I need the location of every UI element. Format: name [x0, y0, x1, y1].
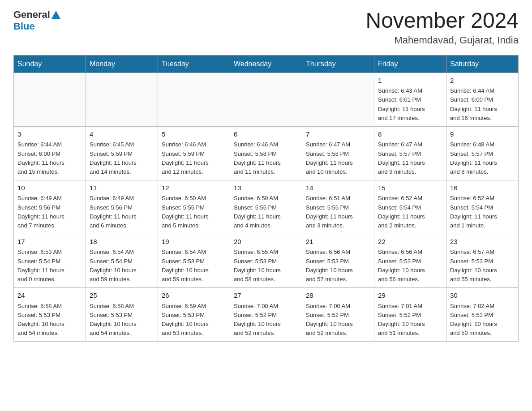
- weekday-header-wednesday: Wednesday: [230, 55, 302, 73]
- calendar-cell: 28Sunrise: 7:00 AMSunset: 5:52 PMDayligh…: [302, 288, 374, 342]
- day-info: Sunrise: 6:49 AMSunset: 5:56 PMDaylight:…: [90, 194, 154, 230]
- calendar-cell: 7Sunrise: 6:47 AMSunset: 5:58 PMDaylight…: [302, 126, 374, 180]
- day-info: Sunrise: 6:44 AMSunset: 6:00 PMDaylight:…: [17, 140, 82, 176]
- day-number: 11: [90, 183, 154, 193]
- day-info: Sunrise: 6:44 AMSunset: 6:00 PMDaylight:…: [450, 86, 515, 123]
- calendar-cell: 3Sunrise: 6:44 AMSunset: 6:00 PMDaylight…: [14, 126, 86, 180]
- week-row-5: 24Sunrise: 6:58 AMSunset: 5:53 PMDayligh…: [14, 288, 519, 342]
- day-number: 26: [162, 291, 226, 301]
- calendar-cell: [158, 73, 230, 126]
- title-block: November 2024 Mahemdavad, Gujarat, India: [365, 9, 519, 46]
- weekday-header-thursday: Thursday: [302, 55, 374, 73]
- calendar-cell: 22Sunrise: 6:56 AMSunset: 5:53 PMDayligh…: [374, 234, 446, 287]
- day-info: Sunrise: 6:52 AMSunset: 5:54 PMDaylight:…: [378, 194, 442, 230]
- day-info: Sunrise: 6:50 AMSunset: 5:55 PMDaylight:…: [162, 194, 226, 230]
- day-number: 24: [17, 291, 82, 301]
- logo-text-blue: Blue: [13, 21, 35, 32]
- day-number: 3: [17, 129, 82, 140]
- day-info: Sunrise: 6:45 AMSunset: 5:59 PMDaylight:…: [90, 140, 154, 176]
- weekday-header-friday: Friday: [374, 55, 446, 73]
- day-info: Sunrise: 7:00 AMSunset: 5:52 PMDaylight:…: [306, 302, 370, 338]
- day-info: Sunrise: 6:47 AMSunset: 5:58 PMDaylight:…: [306, 140, 370, 176]
- day-number: 23: [450, 237, 515, 247]
- location-subtitle: Mahemdavad, Gujarat, India: [365, 34, 519, 46]
- weekday-header-monday: Monday: [86, 55, 158, 73]
- day-info: Sunrise: 6:55 AMSunset: 5:53 PMDaylight:…: [234, 248, 298, 284]
- weekday-header-saturday: Saturday: [446, 55, 519, 73]
- day-info: Sunrise: 6:54 AMSunset: 5:53 PMDaylight:…: [162, 248, 226, 284]
- day-number: 25: [90, 291, 154, 301]
- day-info: Sunrise: 6:46 AMSunset: 5:58 PMDaylight:…: [234, 140, 298, 176]
- day-info: Sunrise: 6:43 AMSunset: 6:01 PMDaylight:…: [378, 86, 442, 123]
- day-info: Sunrise: 6:50 AMSunset: 5:55 PMDaylight:…: [234, 194, 298, 230]
- day-number: 27: [234, 291, 298, 301]
- week-row-1: 1Sunrise: 6:43 AMSunset: 6:01 PMDaylight…: [14, 73, 519, 126]
- day-info: Sunrise: 7:02 AMSunset: 5:53 PMDaylight:…: [450, 302, 515, 338]
- calendar-cell: 10Sunrise: 6:49 AMSunset: 5:56 PMDayligh…: [14, 180, 86, 234]
- calendar-cell: 26Sunrise: 6:59 AMSunset: 5:53 PMDayligh…: [158, 288, 230, 342]
- day-number: 19: [162, 237, 226, 247]
- day-number: 13: [234, 183, 298, 193]
- calendar-cell: 20Sunrise: 6:55 AMSunset: 5:53 PMDayligh…: [230, 234, 302, 287]
- day-info: Sunrise: 6:51 AMSunset: 5:55 PMDaylight:…: [306, 194, 370, 230]
- calendar-cell: 29Sunrise: 7:01 AMSunset: 5:52 PMDayligh…: [374, 288, 446, 342]
- day-info: Sunrise: 6:59 AMSunset: 5:53 PMDaylight:…: [162, 302, 226, 338]
- day-number: 8: [378, 129, 442, 140]
- day-number: 16: [450, 183, 515, 193]
- weekday-header-tuesday: Tuesday: [158, 55, 230, 73]
- page-header: General Blue November 2024 Mahemdavad, G…: [13, 9, 519, 46]
- day-info: Sunrise: 6:48 AMSunset: 5:57 PMDaylight:…: [450, 140, 515, 176]
- weekday-header-row: SundayMondayTuesdayWednesdayThursdayFrid…: [14, 55, 519, 73]
- day-number: 18: [90, 237, 154, 247]
- day-number: 4: [90, 129, 154, 140]
- calendar-cell: 18Sunrise: 6:54 AMSunset: 5:54 PMDayligh…: [86, 234, 158, 287]
- day-info: Sunrise: 6:56 AMSunset: 5:53 PMDaylight:…: [306, 248, 370, 284]
- calendar-cell: 21Sunrise: 6:56 AMSunset: 5:53 PMDayligh…: [302, 234, 374, 287]
- calendar-cell: 19Sunrise: 6:54 AMSunset: 5:53 PMDayligh…: [158, 234, 230, 287]
- calendar-cell: 30Sunrise: 7:02 AMSunset: 5:53 PMDayligh…: [446, 288, 519, 342]
- week-row-4: 17Sunrise: 6:53 AMSunset: 5:54 PMDayligh…: [14, 234, 519, 287]
- calendar-cell: [230, 73, 302, 126]
- day-number: 1: [378, 76, 442, 86]
- calendar-cell: 27Sunrise: 7:00 AMSunset: 5:52 PMDayligh…: [230, 288, 302, 342]
- day-number: 6: [234, 129, 298, 140]
- week-row-3: 10Sunrise: 6:49 AMSunset: 5:56 PMDayligh…: [14, 180, 519, 234]
- day-number: 10: [17, 183, 82, 193]
- day-number: 2: [450, 76, 515, 86]
- calendar-cell: 6Sunrise: 6:46 AMSunset: 5:58 PMDaylight…: [230, 126, 302, 180]
- calendar-cell: 9Sunrise: 6:48 AMSunset: 5:57 PMDaylight…: [446, 126, 519, 180]
- logo-triangle-icon: [51, 10, 61, 20]
- day-info: Sunrise: 6:46 AMSunset: 5:59 PMDaylight:…: [162, 140, 226, 176]
- day-info: Sunrise: 7:01 AMSunset: 5:52 PMDaylight:…: [378, 302, 442, 338]
- day-info: Sunrise: 6:58 AMSunset: 5:53 PMDaylight:…: [17, 302, 82, 338]
- day-info: Sunrise: 6:53 AMSunset: 5:54 PMDaylight:…: [17, 248, 82, 284]
- calendar-cell: 8Sunrise: 6:47 AMSunset: 5:57 PMDaylight…: [374, 126, 446, 180]
- calendar-cell: 13Sunrise: 6:50 AMSunset: 5:55 PMDayligh…: [230, 180, 302, 234]
- day-number: 29: [378, 291, 442, 301]
- day-number: 12: [162, 183, 226, 193]
- calendar-cell: [86, 73, 158, 126]
- day-number: 14: [306, 183, 370, 193]
- calendar-cell: 11Sunrise: 6:49 AMSunset: 5:56 PMDayligh…: [86, 180, 158, 234]
- day-number: 9: [450, 129, 515, 140]
- day-info: Sunrise: 6:54 AMSunset: 5:54 PMDaylight:…: [90, 248, 154, 284]
- day-info: Sunrise: 6:57 AMSunset: 5:53 PMDaylight:…: [450, 248, 515, 284]
- week-row-2: 3Sunrise: 6:44 AMSunset: 6:00 PMDaylight…: [14, 126, 519, 180]
- day-number: 5: [162, 129, 226, 140]
- day-number: 20: [234, 237, 298, 247]
- calendar-cell: 2Sunrise: 6:44 AMSunset: 6:00 PMDaylight…: [446, 73, 519, 126]
- day-number: 28: [306, 291, 370, 301]
- logo-text-general: General: [13, 9, 50, 21]
- day-info: Sunrise: 6:47 AMSunset: 5:57 PMDaylight:…: [378, 140, 442, 176]
- day-info: Sunrise: 7:00 AMSunset: 5:52 PMDaylight:…: [234, 302, 298, 338]
- calendar-table: SundayMondayTuesdayWednesdayThursdayFrid…: [13, 55, 519, 342]
- calendar-cell: 17Sunrise: 6:53 AMSunset: 5:54 PMDayligh…: [14, 234, 86, 287]
- day-number: 21: [306, 237, 370, 247]
- weekday-header-sunday: Sunday: [14, 55, 86, 73]
- calendar-cell: 1Sunrise: 6:43 AMSunset: 6:01 PMDaylight…: [374, 73, 446, 126]
- day-info: Sunrise: 6:58 AMSunset: 5:53 PMDaylight:…: [90, 302, 154, 338]
- day-info: Sunrise: 6:52 AMSunset: 5:54 PMDaylight:…: [450, 194, 515, 230]
- calendar-cell: 16Sunrise: 6:52 AMSunset: 5:54 PMDayligh…: [446, 180, 519, 234]
- calendar-cell: [14, 73, 86, 126]
- calendar-cell: [302, 73, 374, 126]
